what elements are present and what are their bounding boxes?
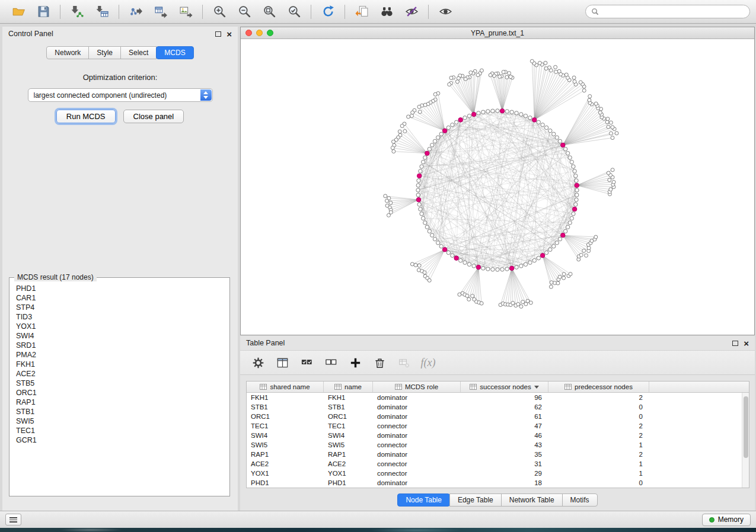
apply-preferred-layout-button[interactable] [315,2,340,21]
mcds-result-item[interactable]: GCR1 [16,435,225,445]
select-all-checkboxes-icon [301,357,313,369]
mcds-result-item[interactable]: PMA2 [16,350,225,360]
window-zoom-button[interactable] [267,30,273,36]
control-panel: Control Panel × NetworkStyleSelectMCDS O… [2,27,238,511]
table-row[interactable]: TEC1TEC1connector472 [247,421,742,431]
mcds-result-item[interactable]: STP4 [16,303,225,312]
tab-select[interactable]: Select [120,46,157,59]
mcds-result-item[interactable]: TEC1 [16,426,225,435]
column-header-successor-nodes[interactable]: successor nodes [461,382,548,392]
mcds-result-item[interactable]: SRD1 [16,341,225,350]
memory-button[interactable]: Memory [702,514,751,526]
table-row[interactable]: SWI5SWI5connector431 [247,440,742,450]
column-header-predecessor-nodes[interactable]: predecessor nodes [548,382,649,392]
deselect-all-rows-button[interactable] [323,354,339,371]
search-box[interactable] [585,5,750,18]
tab-network-table[interactable]: Network Table [501,493,563,507]
column-header-name[interactable]: name [324,382,373,392]
new-network-from-selection-button[interactable] [349,2,374,21]
float-table-panel-icon[interactable] [732,341,738,346]
export-image-icon [179,5,193,18]
table-row[interactable]: SWI4SWI4dominator462 [247,431,742,440]
zoom-out-button[interactable] [232,2,257,21]
table-row[interactable]: YOX1YOX1connector291 [247,469,742,478]
zoom-selected-button[interactable] [282,2,307,21]
table-settings-button[interactable] [250,354,266,371]
mcds-result-item[interactable]: STB5 [16,379,225,388]
import-table-from-file-button[interactable] [90,2,114,21]
mcds-result-item[interactable]: FKH1 [16,360,225,369]
tab-style[interactable]: Style [88,46,121,59]
mcds-result-item[interactable]: PHD1 [16,284,225,293]
zoom-in-button[interactable] [207,2,232,21]
search-input[interactable] [602,8,744,16]
toolbar-separator [311,5,311,19]
mcds-result-item[interactable]: RAP1 [16,398,225,407]
mcds-panel: Optimization criterion: largest connecte… [2,73,238,123]
export-table-button[interactable] [148,2,173,21]
mcds-result-item[interactable]: SWI4 [16,331,225,341]
close-table-panel-icon[interactable]: × [744,339,749,348]
mcds-result-item[interactable]: ACE2 [16,369,225,379]
hide-selected-button[interactable] [399,2,424,21]
network-canvas[interactable] [241,39,754,335]
import-network-from-file-button[interactable] [65,2,90,21]
column-header-MCDS-role[interactable]: MCDS role [373,382,461,392]
mcds-result-item[interactable]: TID3 [16,312,225,322]
node-table: shared namenameMCDS rolesuccessor nodesp… [246,381,749,488]
tab-node-table[interactable]: Node Table [397,493,450,507]
mcds-result-item[interactable]: YOX1 [16,322,225,331]
table-row[interactable]: STB1STB1dominator620 [247,402,742,412]
run-mcds-button[interactable]: Run MCDS [56,110,116,123]
zoom-fit-content-button[interactable] [257,2,282,21]
export-image-button[interactable] [173,2,198,21]
export-network-button[interactable] [123,2,148,21]
mcds-result-item[interactable]: CAR1 [16,293,225,303]
import-table-icon [95,5,109,18]
show-all-button[interactable] [433,2,458,21]
column-header-shared-name[interactable]: shared name [247,382,324,392]
table-scrollbar[interactable] [742,393,749,488]
duplicate-document-icon [355,5,369,18]
tab-mcds[interactable]: MCDS [156,46,193,59]
table-row[interactable]: ORC1ORC1dominator610 [247,412,742,421]
memory-status-dot [709,517,714,523]
main-toolbar [0,0,756,24]
window-minimize-button[interactable] [256,30,263,36]
mcds-result-item[interactable]: STB1 [16,407,225,416]
create-column-button[interactable] [347,354,363,371]
save-session-button[interactable] [31,2,56,21]
status-menu-button[interactable] [5,514,21,525]
select-all-rows-button[interactable] [298,354,315,371]
node-table-body: FKH1FKH1dominator962STB1STB1dominator620… [247,393,742,488]
open-session-button[interactable] [6,2,31,21]
table-row[interactable]: RAP1RAP1dominator352 [247,450,742,459]
show-columns-button[interactable] [274,354,291,371]
scrollbar-thumb[interactable] [744,396,748,458]
table-row[interactable]: FKH1FKH1dominator962 [247,393,742,402]
first-neighbors-button[interactable] [374,2,399,21]
mcds-result-item[interactable]: ORC1 [16,388,225,398]
status-bar: Memory [0,511,756,528]
mcds-result-list[interactable]: PHD1CAR1STP4TID3YOX1SWI4SRD1PMA2FKH1ACE2… [16,284,225,491]
close-panel-icon[interactable]: × [227,30,232,39]
table-panel: Table Panel × [240,336,755,511]
dropdown-stepper-icon [200,89,212,101]
tab-motifs[interactable]: Motifs [562,493,598,507]
mcds-result-item[interactable]: SWI5 [16,416,225,426]
tab-network[interactable]: Network [46,46,89,59]
table-panel-title: Table Panel [246,339,285,347]
window-close-button[interactable] [245,30,252,36]
zoom-fit-icon [263,5,276,18]
table-row[interactable]: PHD1PHD1dominator180 [247,478,742,488]
float-panel-icon[interactable] [215,31,221,37]
mcds-result-box: MCDS result (17 nodes) PHD1CAR1STP4TID3Y… [9,277,230,496]
close-mcds-panel-button[interactable]: Close panel [123,110,184,123]
function-builder-button[interactable]: f(x) [420,354,436,371]
network-window-titlebar[interactable]: YPA_prune.txt_1 [241,27,754,39]
import-table-disabled-button[interactable] [395,354,412,371]
delete-column-button[interactable] [371,354,388,371]
tab-edge-table[interactable]: Edge Table [449,493,502,507]
table-row[interactable]: ACE2ACE2connector311 [247,459,742,469]
optimization-criterion-select[interactable]: largest connected component (undirected) [28,88,213,102]
